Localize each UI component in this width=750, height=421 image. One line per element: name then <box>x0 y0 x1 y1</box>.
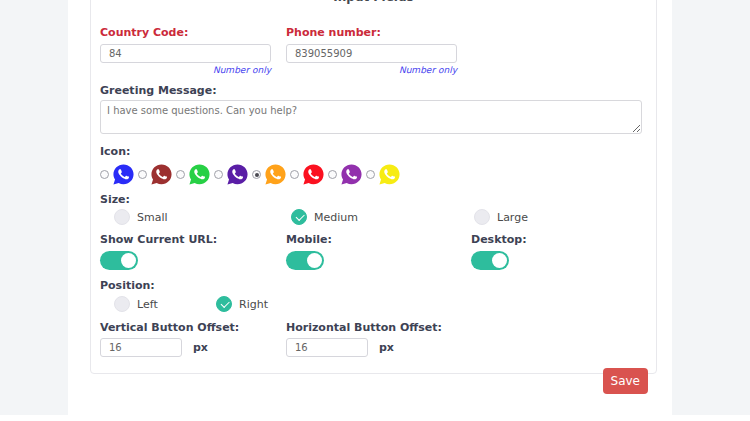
position-option-label: Right <box>239 298 268 311</box>
show-current-url-group: Show Current URL: <box>100 234 286 270</box>
icon-option-dark-purple[interactable] <box>214 163 252 186</box>
whatsapp-icon[interactable] <box>188 163 211 186</box>
whatsapp-icon[interactable] <box>378 163 401 186</box>
size-check-large[interactable] <box>474 209 490 225</box>
icon-option-yellow[interactable] <box>366 163 404 186</box>
icon-radio-purple[interactable] <box>328 170 337 179</box>
horizontal-offset-inner: px <box>286 338 647 357</box>
icon-radio-orange[interactable] <box>252 170 261 179</box>
position-label: Position: <box>100 280 647 292</box>
icon-options-row <box>100 163 647 186</box>
card-title: Input Fields <box>100 0 647 3</box>
horizontal-offset-unit: px <box>379 341 394 354</box>
position-option-left[interactable]: Left <box>100 296 216 312</box>
icon-option-purple[interactable] <box>328 163 366 186</box>
whatsapp-icon[interactable] <box>112 163 135 186</box>
icon-radio-yellow[interactable] <box>366 170 375 179</box>
position-option-right[interactable]: Right <box>216 296 268 312</box>
greeting-field-group: Greeting Message: I have some questions.… <box>100 85 647 134</box>
size-option-medium[interactable]: Medium <box>286 209 471 225</box>
size-label: Size: <box>100 194 647 206</box>
toggles-row: Show Current URL: Mobile: Desktop: <box>100 234 647 270</box>
greeting-textarea[interactable]: I have some questions. Can you help? <box>100 100 642 134</box>
position-check-left[interactable] <box>114 296 130 312</box>
size-option-label: Small <box>137 211 168 224</box>
toggle-knob <box>492 253 507 268</box>
icon-radio-dark-purple[interactable] <box>214 170 223 179</box>
greeting-label: Greeting Message: <box>100 85 647 97</box>
size-option-large[interactable]: Large <box>471 209 647 225</box>
size-group: Size: Small Medium Large <box>100 194 647 225</box>
toggle-knob <box>121 253 136 268</box>
phone-number-hint: Number only <box>286 65 457 75</box>
position-option-label: Left <box>137 298 158 311</box>
horizontal-offset-input[interactable] <box>286 338 368 357</box>
size-check-small[interactable] <box>114 209 130 225</box>
show-current-url-label: Show Current URL: <box>100 234 286 246</box>
country-code-hint: Number only <box>100 65 271 75</box>
country-code-input[interactable] <box>100 44 271 63</box>
phone-number-label: Phone number: <box>286 27 457 39</box>
whatsapp-icon[interactable] <box>264 163 287 186</box>
vertical-offset-unit: px <box>193 341 208 354</box>
position-options-row: Left Right <box>100 296 647 312</box>
country-code-field-group: Country Code: Number only <box>100 27 271 75</box>
size-option-small[interactable]: Small <box>100 209 286 225</box>
icon-radio-green[interactable] <box>176 170 185 179</box>
phone-number-input[interactable] <box>286 44 457 63</box>
icon-option-dark-red[interactable] <box>138 163 176 186</box>
desktop-label: Desktop: <box>471 234 647 246</box>
icon-label: Icon: <box>100 146 647 158</box>
horizontal-offset-group: Horizontal Button Offset: px <box>286 322 647 357</box>
toggle-knob <box>307 253 322 268</box>
position-check-right[interactable] <box>216 296 232 312</box>
whatsapp-icon[interactable] <box>302 163 325 186</box>
phone-number-field-group: Phone number: Number only <box>286 27 457 75</box>
size-option-label: Medium <box>314 211 358 224</box>
vertical-offset-inner: px <box>100 338 286 357</box>
whatsapp-icon[interactable] <box>340 163 363 186</box>
vertical-offset-group: Vertical Button Offset: px <box>100 322 286 357</box>
icon-option-red[interactable] <box>290 163 328 186</box>
icon-option-green[interactable] <box>176 163 214 186</box>
content-panel: Input Fields Country Code: Number only P… <box>68 0 672 421</box>
show-current-url-toggle[interactable] <box>100 251 138 270</box>
mobile-label: Mobile: <box>286 234 471 246</box>
vertical-offset-input[interactable] <box>100 338 182 357</box>
desktop-toggle[interactable] <box>471 251 509 270</box>
settings-card: Input Fields Country Code: Number only P… <box>90 0 657 374</box>
whatsapp-icon[interactable] <box>226 163 249 186</box>
icon-radio-red[interactable] <box>290 170 299 179</box>
size-option-label: Large <box>497 211 528 224</box>
phone-fields-row: Country Code: Number only Phone number: … <box>100 27 647 75</box>
desktop-group: Desktop: <box>471 234 647 270</box>
offsets-row: Vertical Button Offset: px Horizontal Bu… <box>100 322 647 357</box>
icon-picker-group: Icon: <box>100 146 647 186</box>
position-group: Position: Left Right <box>100 280 647 312</box>
icon-option-orange[interactable] <box>252 163 290 186</box>
vertical-offset-label: Vertical Button Offset: <box>100 322 286 334</box>
mobile-group: Mobile: <box>286 234 471 270</box>
mobile-toggle[interactable] <box>286 251 324 270</box>
horizontal-offset-label: Horizontal Button Offset: <box>286 322 647 334</box>
save-button[interactable]: Save <box>603 368 648 394</box>
size-options-row: Small Medium Large <box>100 209 647 225</box>
whatsapp-icon[interactable] <box>150 163 173 186</box>
icon-radio-dark-red[interactable] <box>138 170 147 179</box>
icon-option-blue[interactable] <box>100 163 138 186</box>
size-check-medium[interactable] <box>291 209 307 225</box>
country-code-label: Country Code: <box>100 27 271 39</box>
icon-radio-blue[interactable] <box>100 170 109 179</box>
